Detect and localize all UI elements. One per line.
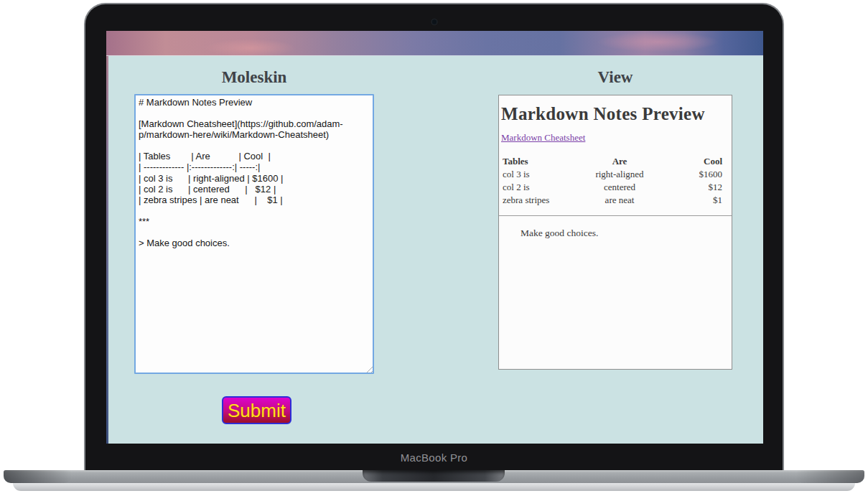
table-cell: $12 [669, 181, 724, 194]
table-header-cell: Cool [669, 155, 724, 168]
table-cell: $1600 [669, 168, 724, 181]
macbook-screen: Moleskin View # Markdown Notes Preview [… [84, 3, 784, 470]
cheatsheet-link[interactable]: Markdown Cheatsheet [501, 132, 585, 144]
preview-blockquote: Make good choices. [521, 228, 710, 239]
table-header-row: Tables Are Cool [501, 155, 724, 168]
markdown-preview-panel: Markdown Notes Preview Markdown Cheatshe… [498, 95, 732, 370]
table-cell: right-aligned [570, 168, 669, 181]
table-header-cell: Are [570, 155, 669, 168]
page-background: Moleskin View # Markdown Notes Preview [… [108, 56, 763, 444]
table-row: col 3 is right-aligned $1600 [501, 168, 724, 181]
macbook-lid-notch [363, 470, 505, 482]
preview-column-title: View [498, 68, 732, 87]
table-cell: are neat [570, 194, 669, 207]
table-cell: col 2 is [501, 181, 570, 194]
table-cell: centered [570, 181, 669, 194]
table-row: col 2 is centered $12 [501, 181, 724, 194]
table-cell: col 3 is [501, 168, 570, 181]
preview-divider [499, 215, 732, 216]
header-sky-banner [106, 31, 763, 56]
table-cell: $1 [669, 194, 724, 207]
preview-table: Tables Are Cool col 3 is right-aligned $… [501, 155, 724, 207]
editor-column-title: Moleskin [134, 68, 374, 87]
markdown-input[interactable]: # Markdown Notes Preview [Markdown Cheat… [134, 94, 374, 374]
device-label: MacBook Pro [85, 451, 783, 464]
preview-heading: Markdown Notes Preview [501, 104, 729, 124]
table-row: zebra stripes are neat $1 [501, 194, 724, 207]
table-cell: zebra stripes [501, 194, 570, 207]
macbook-base-edge [13, 483, 855, 491]
browser-viewport: Moleskin View # Markdown Notes Preview [… [106, 31, 763, 444]
webcam-icon [431, 19, 437, 24]
submit-button[interactable]: Submit [222, 396, 291, 424]
table-header-cell: Tables [501, 155, 570, 168]
